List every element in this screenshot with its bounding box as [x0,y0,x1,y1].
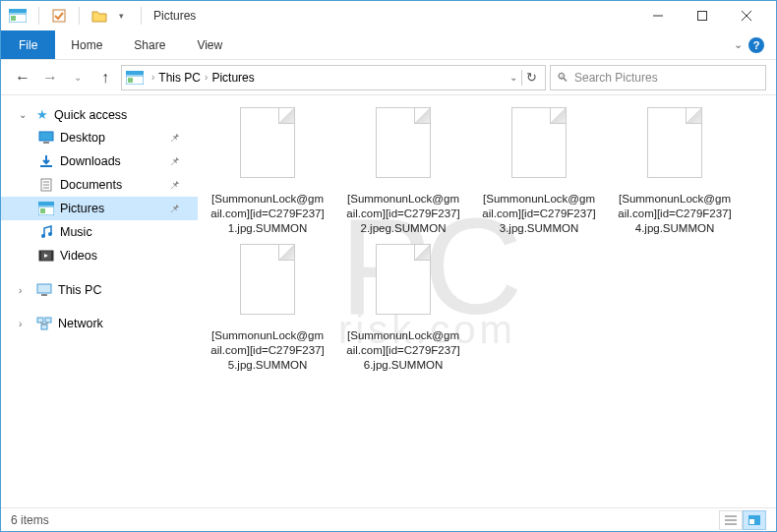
titlebar: ▾ Pictures [1,1,776,30]
separator [79,7,80,25]
properties-checkbox-icon[interactable] [51,8,67,24]
sidebar-item-downloads[interactable]: Downloads📌︎ [1,149,198,173]
ribbon: File Home Share View ⌄ ? [1,30,776,60]
status-bar: 6 items [1,507,776,531]
svg-rect-10 [128,78,133,83]
network-icon [36,317,52,330]
network-header[interactable]: › Network [1,313,198,334]
file-item[interactable]: [SummonunLock@gmail.com][id=C279F237]6.j… [345,244,461,373]
svg-rect-30 [45,318,51,323]
pictures-icon [38,202,54,215]
file-icon [369,244,438,323]
tab-share[interactable]: Share [118,30,181,59]
close-button[interactable] [724,2,768,30]
svg-rect-24 [39,251,41,261]
file-label: [SummonunLock@gmail.com][id=C279F237]5.j… [209,328,326,373]
chevron-down-icon: ⌄ [19,109,30,120]
pin-icon: 📌︎ [169,203,180,214]
pin-icon: 📌︎ [169,155,180,167]
file-item[interactable]: [SummonunLock@gmail.com][id=C279F237]4.j… [617,107,733,236]
separator [521,70,522,86]
address-bar-row: ← → ⌄ ↑ › This PC › Pictures ⌄ ↻ 🔍︎ Sear… [1,60,776,95]
pin-icon: 📌︎ [169,132,180,144]
file-label: [SummonunLock@gmail.com][id=C279F237]3.j… [481,192,597,236]
navigation-pane: ⌄ ★ Quick access Desktop📌︎Downloads📌︎Doc… [1,95,198,508]
nav-group-this-pc: › This PC [1,279,198,301]
separator [38,7,39,25]
file-pane[interactable]: [SummonunLock@gmail.com][id=C279F237]1.j… [198,95,776,508]
chevron-right-icon[interactable]: › [205,72,208,83]
quick-access-header[interactable]: ⌄ ★ Quick access [1,103,198,126]
sidebar-item-videos[interactable]: Videos [1,244,198,267]
sidebar-item-pictures[interactable]: Pictures📌︎ [1,197,198,220]
sidebar-item-label: Music [60,225,92,239]
breadcrumb-item[interactable]: Pictures [211,71,254,85]
svg-rect-2 [11,16,16,21]
maximize-button[interactable] [680,2,724,30]
search-input[interactable]: 🔍︎ Search Pictures [550,65,766,90]
sidebar-item-music[interactable]: Music [1,220,198,244]
status-item-count: 6 items [11,513,49,527]
file-label: [SummonunLock@gmail.com][id=C279F237]4.j… [617,192,733,236]
up-button[interactable]: ↑ [93,66,117,89]
file-icon [505,107,573,186]
pin-icon: 📌︎ [169,179,180,191]
nav-header-label: Quick access [54,108,127,122]
this-pc-header[interactable]: › This PC [1,279,198,301]
svg-point-21 [41,234,45,238]
dropdown-icon[interactable]: ⌄ [509,72,517,83]
svg-rect-20 [40,208,45,213]
nav-header-label: Network [58,317,103,330]
file-item[interactable]: [SummonunLock@gmail.com][id=C279F237]1.j… [209,107,326,236]
nav-group-quick-access: ⌄ ★ Quick access Desktop📌︎Downloads📌︎Doc… [1,103,198,267]
this-pc-icon [36,283,52,297]
sidebar-item-desktop[interactable]: Desktop📌︎ [1,126,198,149]
file-item[interactable]: [SummonunLock@gmail.com][id=C279F237]5.j… [209,244,326,373]
help-icon[interactable]: ? [748,37,764,53]
svg-rect-11 [39,132,53,141]
music-icon [38,225,54,239]
recent-locations-dropdown[interactable]: ⌄ [66,66,90,89]
nav-group-network: › Network [1,313,198,334]
svg-rect-0 [9,9,27,13]
documents-icon [38,178,54,192]
svg-rect-8 [126,71,144,75]
svg-rect-25 [51,251,53,261]
minimize-button[interactable] [635,2,680,30]
details-view-button[interactable] [719,510,743,530]
breadcrumb-item[interactable]: This PC [158,71,201,85]
breadcrumb[interactable]: › This PC › Pictures ⌄ ↻ [121,65,546,90]
sidebar-item-label: Documents [60,178,122,192]
tab-home[interactable]: Home [55,30,118,59]
window-controls [635,2,768,30]
ribbon-expand-icon[interactable]: ⌄ [734,38,743,51]
view-switcher [719,510,766,530]
file-icon [233,107,302,186]
chevron-right-icon[interactable]: › [151,72,154,83]
svg-rect-28 [41,294,47,296]
refresh-icon[interactable]: ↻ [526,70,537,85]
separator [141,7,142,25]
tab-view[interactable]: View [181,30,238,59]
sidebar-item-documents[interactable]: Documents📌︎ [1,173,198,197]
star-icon: ★ [36,107,48,122]
svg-rect-3 [53,10,65,22]
svg-point-22 [48,232,52,236]
new-folder-icon[interactable] [91,8,107,24]
pictures-icon [126,71,144,85]
qat-dropdown-icon[interactable]: ▾ [113,8,129,24]
file-icon [233,244,302,323]
nav-header-label: This PC [58,283,101,297]
file-item[interactable]: [SummonunLock@gmail.com][id=C279F237]2.j… [345,107,461,236]
file-icon [369,107,438,186]
thumbnails-view-button[interactable] [743,510,766,530]
svg-rect-38 [749,519,754,524]
forward-button[interactable]: → [38,66,62,89]
file-tab[interactable]: File [1,30,55,59]
file-item[interactable]: [SummonunLock@gmail.com][id=C279F237]3.j… [481,107,597,236]
search-placeholder: Search Pictures [574,71,658,85]
file-label: [SummonunLock@gmail.com][id=C279F237]6.j… [345,328,461,373]
videos-icon [38,249,54,263]
back-button[interactable]: ← [11,66,34,89]
svg-rect-5 [697,12,706,21]
